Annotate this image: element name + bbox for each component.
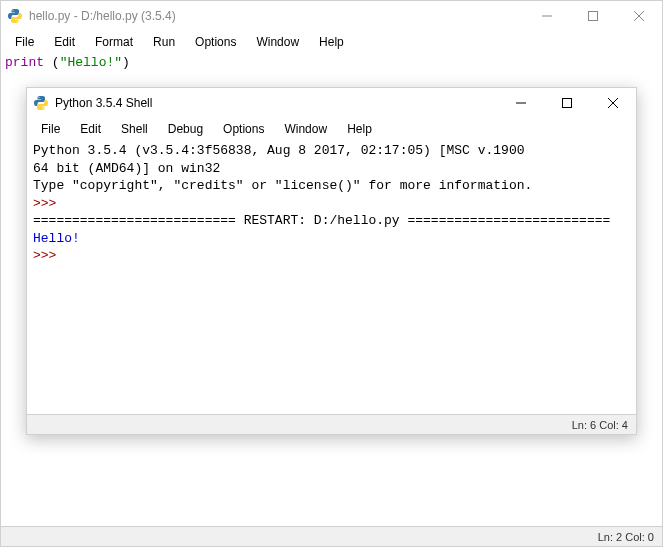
python-icon xyxy=(33,95,49,111)
shell-menubar: File Edit Shell Debug Options Window Hel… xyxy=(27,118,636,140)
shell-output: Hello! xyxy=(33,230,630,248)
shell-version-line: 64 bit (AMD64)] on win32 xyxy=(33,160,630,178)
menu-window[interactable]: Window xyxy=(248,33,307,51)
shell-cursor-position: Ln: 6 Col: 4 xyxy=(572,419,628,431)
menu-edit[interactable]: Edit xyxy=(46,33,83,51)
editor-titlebar[interactable]: hello.py - D:/hello.py (3.5.4) xyxy=(1,1,662,31)
menu-shell[interactable]: Shell xyxy=(113,120,156,138)
shell-copyright-line: Type "copyright", "credits" or "license(… xyxy=(33,177,630,195)
shell-prompt: >>> xyxy=(33,247,630,265)
code-keyword: print xyxy=(5,55,44,70)
menu-format[interactable]: Format xyxy=(87,33,141,51)
menu-options[interactable]: Options xyxy=(215,120,272,138)
editor-statusbar: Ln: 2 Col: 0 xyxy=(1,526,662,546)
menu-options[interactable]: Options xyxy=(187,33,244,51)
shell-titlebar[interactable]: Python 3.5.4 Shell xyxy=(27,88,636,118)
shell-window: Python 3.5.4 Shell File Edit Shell Debug… xyxy=(26,87,637,435)
editor-title: hello.py - D:/hello.py (3.5.4) xyxy=(29,9,524,23)
maximize-button[interactable] xyxy=(544,88,590,118)
shell-restart-line: ========================== RESTART: D:/h… xyxy=(33,212,630,230)
minimize-button[interactable] xyxy=(498,88,544,118)
shell-statusbar: Ln: 6 Col: 4 xyxy=(27,414,636,434)
shell-title: Python 3.5.4 Shell xyxy=(55,96,498,110)
menu-file[interactable]: File xyxy=(33,120,68,138)
code-string: "Hello!" xyxy=(60,55,122,70)
svg-rect-5 xyxy=(563,99,572,108)
menu-file[interactable]: File xyxy=(7,33,42,51)
code-paren-close: ) xyxy=(122,55,130,70)
menu-edit[interactable]: Edit xyxy=(72,120,109,138)
menu-debug[interactable]: Debug xyxy=(160,120,211,138)
shell-version-line: Python 3.5.4 (v3.5.4:3f56838, Aug 8 2017… xyxy=(33,142,630,160)
close-button[interactable] xyxy=(590,88,636,118)
menu-window[interactable]: Window xyxy=(276,120,335,138)
minimize-button[interactable] xyxy=(524,1,570,31)
code-paren-open: ( xyxy=(44,55,60,70)
menu-help[interactable]: Help xyxy=(339,120,380,138)
shell-prompt: >>> xyxy=(33,195,630,213)
editor-cursor-position: Ln: 2 Col: 0 xyxy=(598,531,654,543)
svg-rect-1 xyxy=(589,12,598,21)
editor-menubar: File Edit Format Run Options Window Help xyxy=(1,31,662,53)
python-icon xyxy=(7,8,23,24)
menu-help[interactable]: Help xyxy=(311,33,352,51)
shell-window-controls xyxy=(498,88,636,118)
maximize-button[interactable] xyxy=(570,1,616,31)
close-button[interactable] xyxy=(616,1,662,31)
menu-run[interactable]: Run xyxy=(145,33,183,51)
editor-window-controls xyxy=(524,1,662,31)
shell-text-area[interactable]: Python 3.5.4 (v3.5.4:3f56838, Aug 8 2017… xyxy=(27,140,636,414)
